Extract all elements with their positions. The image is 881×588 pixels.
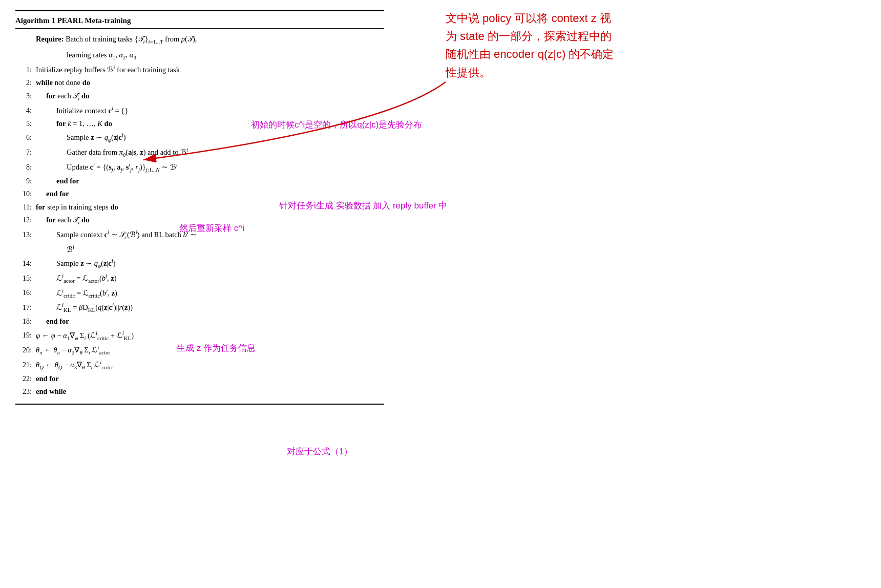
line-7: 7: Gather data from πθ(a|s, z) and add t… bbox=[15, 145, 384, 160]
line-21: 21: θQ ← θQ − α3∇θ Σi ℒicritic bbox=[15, 358, 384, 372]
linecontent-5: for k = 1, …, K do bbox=[36, 117, 384, 130]
line-14: 14: Sample z ∼ qφ(z|ci) bbox=[15, 256, 384, 271]
line-5: 5: for k = 1, …, K do bbox=[15, 117, 384, 131]
linecontent-13b: ℬi bbox=[36, 242, 384, 256]
linecontent-23: end while bbox=[36, 385, 384, 398]
line-16: 16: ℒicritic = ℒcritic(bi, z) bbox=[15, 286, 384, 301]
linecontent-9: end for bbox=[36, 175, 384, 187]
linenum-7: 7: bbox=[15, 146, 32, 159]
algorithm-box: Algorithm 1 PEARL Meta-training Require:… bbox=[15, 10, 384, 405]
line-13b: ℬi bbox=[15, 242, 384, 256]
linecontent-19: φ ← φ − α1∇φ Σi (ℒicritic + ℒiKL) bbox=[36, 328, 384, 343]
linecontent-1: Initialize replay buffers ℬi for each tr… bbox=[36, 62, 384, 76]
line-12: 12: for each 𝒯i do bbox=[15, 214, 384, 227]
linenum-17: 17: bbox=[15, 302, 32, 314]
require-keyword: Require: bbox=[36, 35, 64, 43]
line-4: 4: Initialize context ci = {} bbox=[15, 103, 384, 117]
linenum-4: 4: bbox=[15, 104, 32, 117]
linecontent-12: for each 𝒯i do bbox=[36, 214, 384, 227]
linenum-15: 15: bbox=[15, 272, 32, 285]
linenum-12: 12: bbox=[15, 214, 32, 227]
linenum-21: 21: bbox=[15, 359, 32, 372]
line-1: 1: Initialize replay buffers ℬi for each… bbox=[15, 62, 384, 76]
algorithm-title: Algorithm 1 PEARL Meta-training bbox=[15, 16, 384, 29]
linenum-16: 16: bbox=[15, 287, 32, 300]
linenum-6: 6: bbox=[15, 132, 32, 144]
linecontent-20: θπ ← θπ − α2∇θ Σi ℒiactor bbox=[36, 343, 384, 358]
line-20: 20: θπ ← θπ − α2∇θ Σi ℒiactor bbox=[15, 343, 384, 358]
linenum-19: 19: bbox=[15, 329, 32, 342]
linecontent-4: Initialize context ci = {} bbox=[36, 103, 384, 117]
linecontent-10: end for bbox=[36, 187, 384, 200]
linenum-20: 20: bbox=[15, 344, 32, 357]
linenum-13: 13: bbox=[15, 229, 32, 242]
linecontent-14: Sample z ∼ qφ(z|ci) bbox=[36, 256, 384, 271]
line-10: 10: end for bbox=[15, 187, 384, 201]
magenta-annotation-line19: 对应于公式（1） bbox=[287, 446, 352, 457]
linecontent-21: θQ ← θQ − α3∇θ Σi ℒicritic bbox=[36, 358, 384, 372]
line-3: 3: for each 𝒯i do bbox=[15, 90, 384, 103]
linecontent-2: while not done do bbox=[36, 76, 384, 89]
line-17: 17: ℒiKL = βDKL(q(z|ci)||r(z)) bbox=[15, 300, 384, 315]
line-22: 22: end for bbox=[15, 372, 384, 386]
linenum-22: 22: bbox=[15, 373, 32, 386]
linecontent-3: for each 𝒯i do bbox=[36, 90, 384, 103]
linecontent-17: ℒiKL = βDKL(q(z|ci)||r(z)) bbox=[36, 300, 384, 315]
linenum-2: 2: bbox=[15, 77, 32, 90]
line-6: 6: Sample z ∼ qφ(z|ci) bbox=[15, 130, 384, 145]
line-11: 11: for step in training steps do bbox=[15, 201, 384, 214]
line-18: 18: end for bbox=[15, 315, 384, 328]
line-23: 23: end while bbox=[15, 385, 384, 398]
linenum-5: 5: bbox=[15, 118, 32, 131]
linecontent-22: end for bbox=[36, 372, 384, 385]
linenum-8: 8: bbox=[15, 161, 32, 174]
line-13: 13: Sample context ci ∼ 𝒮c(ℬi) and RL ba… bbox=[15, 227, 384, 242]
linenum-10: 10: bbox=[15, 188, 32, 201]
require-line: Require: Batch of training tasks {𝒯i}i=1… bbox=[15, 33, 384, 47]
require-line2: learning rates α1, α2, α3 bbox=[15, 49, 384, 62]
linenum-14: 14: bbox=[15, 258, 32, 270]
title-text: Algorithm 1 PEARL Meta-training bbox=[15, 16, 131, 25]
linecontent-15: ℒiactor = ℒactor(bi, z) bbox=[36, 271, 384, 286]
require-content: Require: Batch of training tasks {𝒯i}i=1… bbox=[36, 33, 384, 47]
linecontent-11: for step in training steps do bbox=[36, 201, 384, 214]
linecontent-16: ℒicritic = ℒcritic(bi, z) bbox=[36, 286, 384, 301]
linecontent-18: end for bbox=[36, 315, 384, 328]
linenum-18: 18: bbox=[15, 316, 32, 328]
require-content2: learning rates α1, α2, α3 bbox=[36, 49, 384, 62]
line-15: 15: ℒiactor = ℒactor(bi, z) bbox=[15, 271, 384, 286]
line-2: 2: while not done do bbox=[15, 76, 384, 90]
line-9: 9: end for bbox=[15, 175, 384, 188]
linenum-1: 1: bbox=[15, 64, 32, 77]
linecontent-13: Sample context ci ∼ 𝒮c(ℬi) and RL batch … bbox=[36, 227, 384, 242]
linecontent-8: Update ci = {(sj, aj, s'j, rj)}j:1...N ∼… bbox=[36, 160, 384, 175]
linecontent-7: Gather data from πθ(a|s, z) and add to ℬ… bbox=[36, 145, 384, 160]
linenum-11: 11: bbox=[15, 201, 32, 214]
linenum-3: 3: bbox=[15, 90, 32, 103]
linenum-9: 9: bbox=[15, 175, 32, 188]
linenum-23: 23: bbox=[15, 386, 32, 398]
line-19: 19: φ ← φ − α1∇φ Σi (ℒicritic + ℒiKL) bbox=[15, 328, 384, 343]
line-8: 8: Update ci = {(sj, aj, s'j, rj)}j:1...… bbox=[15, 160, 384, 175]
linecontent-6: Sample z ∼ qφ(z|ci) bbox=[36, 130, 384, 145]
